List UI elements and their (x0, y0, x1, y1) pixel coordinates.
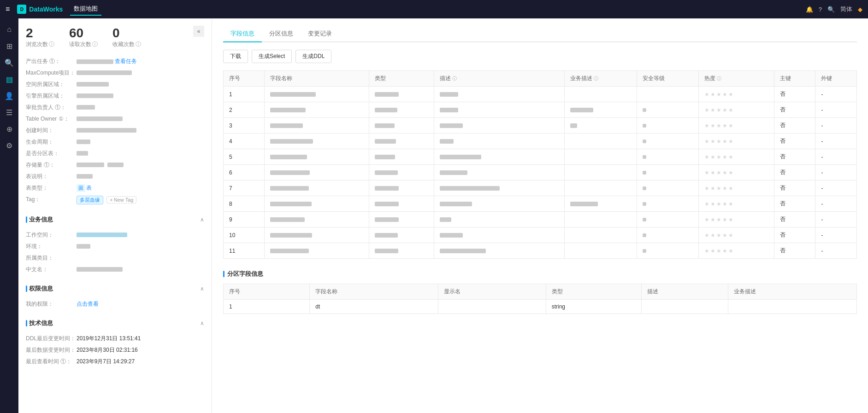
sidebar-user-icon[interactable]: 👤 (2, 88, 17, 103)
my-permission-link[interactable]: 点击查看 (77, 301, 99, 307)
col-primary: 主键 (774, 71, 815, 87)
logo-icon: D (17, 5, 26, 14)
info-value-project (77, 67, 204, 79)
menu-icon[interactable]: ≡ (6, 5, 10, 13)
business-section-toggle[interactable]: ∧ (200, 216, 204, 223)
info-value-engine-region (77, 90, 204, 102)
sidebar-grid-icon[interactable]: ⊞ (2, 39, 17, 53)
stat-favorites: 0 收藏次数 ⓘ (112, 26, 141, 48)
table-row: 7 ★★★★★否- (224, 180, 857, 196)
biz-row-workspace: 工作空间： (26, 229, 204, 241)
heat-stars[interactable]: ★★★★★ (704, 232, 734, 238)
generate-select-button[interactable]: 生成Select (252, 50, 292, 63)
heat-stars[interactable]: ★★★★★ (704, 169, 734, 176)
biz-value-category (77, 252, 204, 264)
stat-views-label: 浏览次数 ⓘ (26, 41, 54, 48)
download-button[interactable]: 下载 (223, 50, 248, 63)
sidebar-search-icon[interactable]: 🔍 (2, 55, 17, 70)
info-label-space-region: 空间所属区域： (26, 79, 77, 90)
heat-info-icon: ⓘ (717, 76, 721, 81)
sidebar-table-icon[interactable]: ▤ (2, 72, 17, 87)
generate-ddl-button[interactable]: 生成DDL (295, 50, 331, 63)
top-nav: ≡ D DataWorks 数据地图 🔔 ? 🔍 简体 ◆ (0, 0, 868, 18)
heat-stars[interactable]: ★★★★★ (704, 201, 734, 207)
table-row: 9 ★★★★★否- (224, 212, 857, 227)
info-label-desc: 表说明： (26, 171, 77, 182)
tech-value-ddl: 2019年12月31日 13:51:41 (77, 333, 204, 344)
info-label-storage: 存储量 ①： (26, 159, 77, 171)
main-content: 字段信息 分区信息 变更记录 下载 生成Select 生成DDL 序号 字段名称… (212, 18, 868, 413)
nav-data-map[interactable]: 数据地图 (70, 3, 101, 16)
table-row: 3 ★★★★★否- (224, 118, 857, 134)
action-buttons: 下载 生成Select 生成DDL (223, 50, 857, 63)
col-heat: 热度 ⓘ (698, 71, 774, 87)
heat-stars[interactable]: ★★★★★ (704, 107, 734, 113)
info-row-task: 产出任务 ①： 查看任务 (26, 56, 204, 67)
biz-label-category: 所属类目： (26, 252, 77, 264)
tech-info-table: DDL最后变更时间： 2019年12月31日 13:51:41 最后数据变更时间… (26, 333, 204, 367)
info-row-approver: 审批负责人 ①： (26, 102, 204, 113)
sidebar-layers-icon[interactable]: ⊕ (2, 122, 17, 136)
tab-fields[interactable]: 字段信息 (223, 26, 262, 42)
info-value-tag: 多层血缘 + New Tag (77, 194, 204, 206)
tech-row-data-change: 最后数据变更时间： 2023年8月30日 02:31:16 (26, 344, 204, 356)
info-value-task: 查看任务 (77, 56, 204, 67)
logo: D DataWorks (17, 5, 63, 14)
biz-label-workspace: 工作空间： (26, 229, 77, 241)
table-row: 1 ★★★★★否- (224, 87, 857, 102)
table-row: 4 ★★★★★否- (224, 134, 857, 149)
heat-stars[interactable]: ★★★★★ (704, 216, 734, 223)
biz-value-workspace (77, 229, 204, 241)
permission-section-toggle[interactable]: ∧ (200, 285, 204, 292)
col-biz-desc: 业务描述 ⓘ (564, 71, 637, 87)
sidebar-home-icon[interactable]: ⌂ (2, 22, 17, 37)
diamond-icon[interactable]: ◆ (858, 6, 862, 13)
info-label-owner: Table Owner ①： (26, 113, 77, 125)
info-label-tag: Tag： (26, 194, 77, 206)
biz-row-category: 所属类目： (26, 252, 204, 264)
heat-stars[interactable]: ★★★★★ (704, 122, 734, 129)
table-row: 2 ★★★★★否- (224, 102, 857, 118)
partition-table: 序号 字段名称 显示名 类型 描述 业务描述 1dtstring (223, 284, 857, 314)
new-tag-button[interactable]: + New Tag (106, 196, 136, 204)
permission-info-table: 我的权限： 点击查看 (26, 298, 204, 310)
collapse-button[interactable]: « (193, 26, 204, 37)
heat-stars[interactable]: ★★★★★ (704, 185, 734, 192)
info-label-partition: 是否分区表： (26, 148, 77, 159)
info-value-lifecycle (77, 136, 204, 148)
heat-stars[interactable]: ★★★★★ (704, 138, 734, 145)
tech-label-data-change: 最后数据变更时间： (26, 344, 77, 356)
storage-link[interactable] (107, 161, 124, 168)
tech-label-ddl: DDL最后变更时间： (26, 333, 77, 344)
info-label-type: 表类型： (26, 182, 77, 194)
help-icon[interactable]: ? (819, 6, 822, 13)
heat-stars[interactable]: ★★★★★ (704, 91, 734, 98)
biz-desc-info-icon: ⓘ (594, 76, 598, 81)
info-label-created: 创建时间： (26, 125, 77, 136)
heat-stars[interactable]: ★★★★★ (704, 248, 734, 254)
info-label-project: MaxCompute项目： (26, 67, 77, 79)
biz-label-env: 环境： (26, 241, 77, 252)
info-value-storage (77, 159, 204, 171)
notification-icon[interactable]: 🔔 (806, 6, 813, 13)
info-table: 产出任务 ①： 查看任务 MaxCompute项目： 空间所属区域： (26, 56, 204, 206)
language-selector[interactable]: 简体 (840, 5, 852, 13)
tab-partitions[interactable]: 分区信息 (262, 26, 301, 42)
tab-changes[interactable]: 变更记录 (301, 26, 339, 42)
part-col-biz-desc: 业务描述 (728, 284, 856, 300)
favorites-info-icon: ⓘ (136, 41, 141, 48)
tech-label-last-view: 最后查看时间 ①： (26, 356, 77, 367)
biz-label-cn-name: 中文名： (26, 264, 77, 275)
business-section-header: 业务信息 ∧ (26, 212, 204, 227)
tech-section-toggle[interactable]: ∧ (200, 320, 204, 326)
sidebar-list-icon[interactable]: ☰ (2, 105, 17, 120)
col-foreign: 外键 (815, 71, 857, 87)
search-icon[interactable]: 🔍 (827, 6, 835, 13)
table-row: 1dtstring (224, 300, 857, 314)
plus-icon: + (110, 197, 112, 203)
part-col-field-name: 字段名称 (310, 284, 438, 300)
sidebar-settings-icon[interactable]: ⚙ (2, 138, 17, 153)
stats-row: 2 浏览次数 ⓘ 60 读取次数 ⓘ 0 收藏次数 ⓘ « (26, 26, 204, 48)
heat-stars[interactable]: ★★★★★ (704, 154, 734, 160)
view-task-link[interactable]: 查看任务 (115, 58, 137, 64)
